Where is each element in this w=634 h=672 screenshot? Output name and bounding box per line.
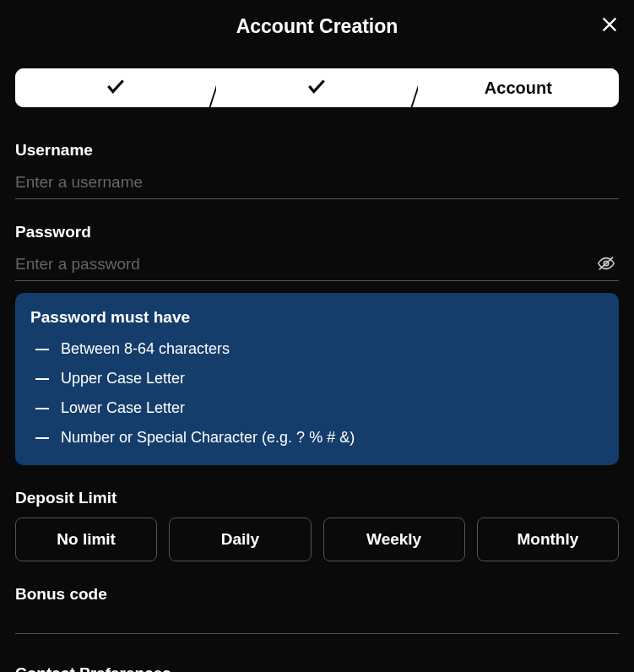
dash-icon	[35, 408, 49, 409]
password-input[interactable]	[15, 250, 619, 280]
deposit-limit-weekly[interactable]: Weekly	[323, 518, 465, 561]
deposit-limit-label: Deposit Limit	[15, 489, 619, 507]
dash-icon	[35, 349, 49, 350]
requirement-item: Upper Case Letter	[30, 370, 604, 387]
requirement-text: Number or Special Character (e.g. ? % # …	[61, 429, 355, 447]
deposit-limit-no-limit[interactable]: No limit	[15, 518, 157, 561]
requirement-text: Upper Case Letter	[61, 370, 185, 387]
step-3-account: Account	[418, 68, 619, 107]
eye-off-icon	[597, 261, 615, 275]
username-label: Username	[15, 141, 619, 160]
requirement-text: Lower Case Letter	[61, 399, 185, 417]
toggle-password-visibility[interactable]	[597, 254, 615, 276]
requirements-title: Password must have	[30, 308, 604, 327]
close-icon	[600, 22, 619, 36]
step-label: Account	[485, 79, 552, 98]
username-input[interactable]	[15, 168, 619, 198]
bonus-code-label: Bonus code	[15, 585, 619, 604]
requirement-text: Between 8-64 characters	[61, 340, 230, 358]
close-button[interactable]	[600, 15, 619, 37]
step-1	[15, 68, 216, 107]
dash-icon	[35, 437, 49, 439]
progress-stepper: Account	[15, 68, 619, 107]
check-icon	[306, 75, 328, 100]
bonus-code-input[interactable]	[15, 619, 619, 634]
check-icon	[105, 75, 127, 100]
requirement-item: Lower Case Letter	[30, 399, 604, 417]
deposit-limit-monthly[interactable]: Monthly	[477, 518, 619, 561]
dash-icon	[35, 378, 49, 380]
requirement-item: Between 8-64 characters	[30, 340, 604, 358]
password-requirements: Password must have Between 8-64 characte…	[15, 293, 619, 465]
contact-preferences-label: Contact Preferences	[15, 664, 619, 672]
deposit-limit-daily[interactable]: Daily	[169, 518, 311, 561]
page-title: Account Creation	[236, 15, 398, 38]
requirement-item: Number or Special Character (e.g. ? % # …	[30, 429, 604, 447]
step-2	[216, 68, 417, 107]
password-label: Password	[15, 223, 619, 241]
